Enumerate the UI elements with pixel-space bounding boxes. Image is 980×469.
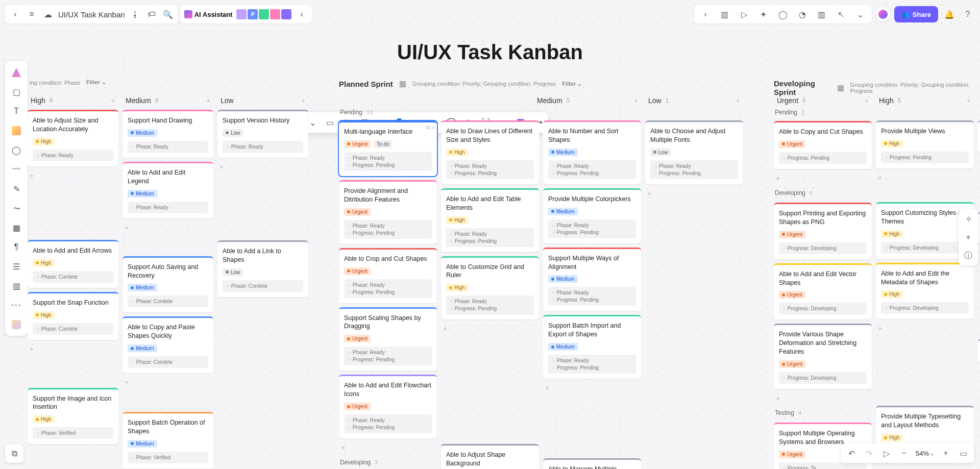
add-card[interactable]: + — [543, 383, 641, 393]
chevron-down-icon[interactable]: ⌄ — [853, 7, 868, 21]
kanban-card[interactable]: Able to Add and Edit the Metadata of Sha… — [876, 263, 974, 319]
chevron-right-icon[interactable]: › — [698, 7, 713, 21]
kanban-card[interactable]: Able to Crop and Cut ShapesUrgentPhase: … — [339, 248, 437, 303]
info-icon[interactable]: ⓘ — [962, 249, 975, 262]
add-card[interactable]: + — [876, 172, 974, 183]
add-card[interactable]: + — [122, 223, 213, 233]
shape-tool[interactable]: ◯ — [9, 143, 23, 157]
download-icon[interactable]: ⭳ — [129, 8, 141, 20]
add-card[interactable]: + — [217, 162, 308, 172]
expand-icon[interactable]: ⤢ — [431, 125, 435, 131]
kanban-card[interactable]: Provide Multiple ColorpickersMediumPhase… — [543, 188, 641, 243]
copy-icon[interactable]: ⧉ — [426, 125, 430, 131]
add-card[interactable]: + — [876, 323, 974, 333]
kanban-card[interactable]: Support Version HistoryLowPhase: Ready — [217, 110, 308, 158]
add-card[interactable]: + — [339, 442, 437, 453]
menu-icon[interactable]: ≡ — [26, 8, 38, 20]
add-icon[interactable]: + — [865, 96, 869, 105]
screenshot-tool[interactable]: ⧉ — [5, 445, 23, 463]
share-button[interactable]: 👥 Share — [894, 6, 938, 22]
kanban-card[interactable]: Able to Copy and Paste Shapes QuicklyMed… — [122, 316, 213, 373]
kanban-card[interactable]: Provide Multiple ViewsHighProgress: Pend… — [876, 120, 974, 168]
text-block-tool[interactable]: ¶ — [9, 240, 23, 254]
kanban-card[interactable]: Support Printing and Exporting Shapes as… — [774, 203, 872, 259]
kanban-card[interactable]: Provide Alignment and Ditribution Featur… — [339, 180, 437, 244]
add-card[interactable]: + — [441, 324, 539, 334]
kanban-card[interactable]: Able to Draw Lines of Different Size and… — [441, 120, 539, 184]
shapes-tool[interactable] — [9, 65, 23, 80]
zoom-out-icon[interactable]: − — [898, 448, 910, 459]
user-avatar[interactable] — [876, 7, 890, 21]
comment-icon[interactable]: ◯ — [776, 7, 790, 21]
kanban-tool[interactable]: ▥ — [9, 279, 23, 293]
redo-icon[interactable]: ↷ — [864, 448, 875, 459]
search-icon[interactable]: 🔍 — [162, 8, 174, 20]
kanban-card[interactable]: Support the Image and Icon InsertionHigh… — [28, 388, 118, 445]
sparkle-icon[interactable]: ✦ — [756, 7, 771, 21]
filter-button[interactable]: Filter ⌄ — [562, 81, 582, 87]
kanban-card[interactable]: Able to Add and Edit ArrowsHighPhase: Co… — [28, 240, 118, 288]
collaborator-avatars[interactable]: P — [236, 9, 291, 19]
cursor-tool-icon[interactable]: ▷ — [881, 448, 892, 459]
pen-tool[interactable]: 〰 — [9, 162, 23, 177]
kanban-card[interactable]: Support Hand DrawingMediumPhase: Ready — [122, 110, 213, 158]
brush-tool[interactable]: ✎ — [9, 182, 23, 196]
kanban-card[interactable]: Support Auto Saving and RecoveryMediumPh… — [122, 256, 213, 313]
kanban-card[interactable]: Able to Adjust Size and Location Accurat… — [28, 110, 118, 166]
chart-icon[interactable]: ▥ — [815, 7, 829, 21]
text-tool[interactable]: T — [9, 104, 23, 118]
add-icon[interactable]: + — [634, 96, 638, 105]
bell-icon[interactable]: 🔔 — [942, 7, 957, 21]
frame-tool[interactable]: ▢ — [9, 85, 23, 99]
add-card[interactable]: + — [122, 377, 213, 387]
kanban-card[interactable]: Able to Add and Edit Table ElementsHighP… — [441, 188, 539, 252]
more-tools[interactable]: ••• — [9, 298, 23, 312]
add-icon[interactable]: + — [736, 96, 740, 105]
kanban-card[interactable]: Able — [978, 339, 980, 363]
kanban-card[interactable]: Support Scaling Shapes by DraggingUrgent… — [339, 307, 437, 371]
plus-icon[interactable]: + — [962, 231, 975, 244]
apps-tool[interactable] — [9, 317, 23, 332]
filter-button[interactable]: Filter ⌄ — [86, 79, 106, 86]
kanban-card[interactable]: Provide Various Shape Deformation and St… — [774, 324, 872, 389]
kanban-card[interactable]: Able to Manage Multiple Shapes in Differ… — [543, 458, 641, 469]
kanban-card[interactable]: ⧉⤢Multi-language InterfaceUrgentTo doPha… — [339, 121, 437, 176]
kanban-card[interactable]: Support Batch Operation of ShapesMediumP… — [122, 412, 213, 468]
kanban-card[interactable]: leM — [978, 120, 980, 153]
connector-tool[interactable]: ⤳ — [9, 201, 23, 215]
kanban-card[interactable]: RequM — [978, 212, 980, 244]
timer-icon[interactable]: ◔ — [795, 7, 810, 21]
sticky-tool[interactable] — [9, 124, 23, 138]
tag-icon[interactable]: 🏷 — [145, 8, 158, 20]
add-card[interactable]: + — [28, 170, 118, 181]
back-icon[interactable]: ‹ — [9, 8, 21, 20]
add-card[interactable]: + — [645, 188, 743, 199]
kanban-card[interactable]: Able to Add a Link to ShapesLowPhase: Co… — [217, 240, 308, 297]
add-icon[interactable]: + — [967, 96, 971, 105]
add-icon[interactable]: + — [111, 96, 115, 105]
layers-icon[interactable]: ▥ — [718, 7, 732, 21]
kanban-card[interactable]: Able to Customize Grid and RulerHighPhas… — [441, 256, 539, 320]
kanban-card[interactable]: Able to Copy and Cut ShapesUrgentProgres… — [774, 121, 872, 169]
kanban-card[interactable]: Support the Snap FunctionHighPhase: Coml… — [28, 292, 118, 340]
ai-assistant-button[interactable]: AI Assistant — [184, 10, 233, 18]
kanban-card[interactable]: Able to Adjust Shape Background — [441, 444, 539, 469]
kanban-card[interactable]: Able to Number and Sort ShapesMediumPhas… — [543, 120, 641, 184]
add-card[interactable]: + — [28, 344, 118, 354]
table-tool[interactable]: ▦ — [9, 220, 23, 235]
kanban-card[interactable]: Able to Add and Edit Vector ShapesUrgent… — [774, 263, 872, 320]
add-card[interactable]: + — [774, 393, 872, 403]
play-icon[interactable]: ▷ — [737, 7, 751, 21]
kanban-card[interactable]: Able to Add and Edit Flowchart IconsUrge… — [339, 375, 437, 438]
add-card[interactable]: + — [774, 173, 872, 183]
undo-icon[interactable]: ↶ — [846, 448, 857, 459]
zoom-level[interactable]: 54% ⌄ — [916, 450, 934, 457]
kanban-card[interactable]: Provide Multiple Typesetting and Layout … — [876, 406, 974, 447]
kanban-card[interactable]: Support Batch Import and Export of Shape… — [543, 315, 641, 379]
add-icon[interactable]: + — [301, 96, 305, 105]
cursor-icon[interactable]: ↖ — [834, 7, 848, 21]
target-icon[interactable]: ✧ — [962, 212, 975, 226]
zoom-in-icon[interactable]: + — [940, 448, 951, 459]
add-icon[interactable]: + — [206, 96, 210, 105]
minimap-icon[interactable]: ▭ — [958, 448, 969, 459]
